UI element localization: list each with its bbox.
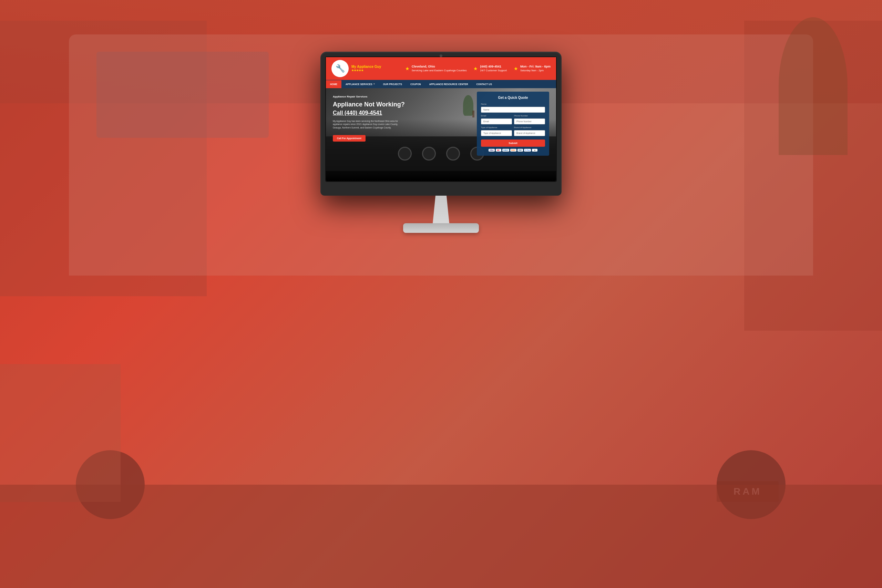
monitor-base (403, 223, 479, 233)
logo-mascot-icon: 🔧 (332, 60, 349, 77)
email-phone-row: Email Phone Number (481, 115, 545, 126)
email-col: Email (481, 115, 512, 126)
name-input[interactable] (481, 107, 545, 112)
site-logo: 🔧 My Appliance Guy ★★★★★ (332, 60, 381, 77)
hero-description: My Appliance Guy has been servicing the … (333, 120, 402, 129)
nav-arrow-icon: ▾ (374, 82, 375, 86)
hours-star-icon: ★ (514, 66, 518, 71)
phone-number-label: Phone Number (514, 115, 545, 117)
monitor-neck (427, 196, 455, 223)
payment-icons: VISA MC AMEX DISC PAY G Pay ★ (481, 149, 545, 152)
nav-item-appliance-services[interactable]: APPLIANCE SERVICES ▾ (341, 80, 379, 88)
phone-text: (440) 409-4541 24/7 Customer Support (480, 65, 507, 72)
monitor-bezel: 🔧 My Appliance Guy ★★★★★ ★ Cleveland, Oh… (320, 52, 562, 196)
phone-col: Phone Number (514, 115, 545, 126)
appliance-row: Type of Appliance Brand of Appliance (481, 126, 545, 138)
call-appointment-button[interactable]: Call For Appointment (333, 135, 366, 142)
quote-form: Get a Quick Quote Name Email Phone Numbe… (477, 92, 549, 156)
monitor-screen: 🔧 My Appliance Guy ★★★★★ ★ Cleveland, Oh… (325, 57, 557, 182)
mastercard-icon: MC (496, 149, 501, 152)
hero-phone[interactable]: Call (440) 409-4541 (333, 110, 473, 116)
nav-item-our-projects[interactable]: OUR PROJECTS (379, 80, 406, 88)
hero-title: Appliance Not Working? (333, 101, 473, 108)
location-text: Cleveland, Ohio Servicing Lake and Easte… (412, 65, 467, 72)
hours-text: Mon - Fri: 9am - 6pm Saturday 9am - 2pm (520, 65, 550, 72)
brand-col: Brand of Appliance (514, 126, 545, 138)
header-info-items: ★ Cleveland, Ohio Servicing Lake and Eas… (405, 65, 550, 72)
logo-text: My Appliance Guy ★★★★★ (351, 65, 381, 72)
hero-content: Appliance Repair Services Appliance Not … (333, 95, 477, 142)
hero-section: Appliance Repair Services Appliance Not … (326, 88, 556, 181)
nav-item-resource-center[interactable]: APPLIANCE RESOURCE CENTER (425, 80, 472, 88)
amex-icon: AMEX (502, 149, 509, 152)
header-hours: ★ Mon - Fri: 9am - 6pm Saturday 9am - 2p… (514, 65, 550, 72)
email-label: Email (481, 115, 512, 117)
nav-item-contact-us[interactable]: CONTACT US (472, 80, 496, 88)
visa-icon: VISA (489, 149, 495, 152)
brand-input[interactable] (514, 130, 545, 136)
site-header: 🔧 My Appliance Guy ★★★★★ ★ Cleveland, Oh… (326, 57, 556, 80)
site-nav: HOME APPLIANCE SERVICES ▾ OUR PROJECTS C… (326, 80, 556, 88)
phone-star-icon: ★ (473, 66, 478, 71)
gpay-icon: G Pay (524, 149, 531, 152)
nav-item-home[interactable]: HOME (326, 80, 341, 88)
header-phone: ★ (440) 409-4541 24/7 Customer Support (473, 65, 507, 72)
appliance-type-input[interactable] (481, 130, 512, 136)
location-star-icon: ★ (405, 66, 410, 71)
monitor-wrapper: 🔧 My Appliance Guy ★★★★★ ★ Cleveland, Oh… (320, 52, 562, 233)
paypal-icon: PAY (518, 149, 523, 152)
brand-label: Brand of Appliance (514, 126, 545, 129)
phone-input[interactable] (514, 118, 545, 124)
header-location: ★ Cleveland, Ohio Servicing Lake and Eas… (405, 65, 467, 72)
name-label: Name (481, 103, 545, 105)
submit-button[interactable]: Submit (481, 140, 545, 147)
email-input[interactable] (481, 118, 512, 124)
quote-form-title: Get a Quick Quote (481, 96, 545, 99)
extra-payment-icon: ★ (532, 149, 537, 152)
nav-item-coupon[interactable]: COUPON (406, 80, 425, 88)
hero-tag: Appliance Repair Services (333, 95, 473, 98)
appliance-type-label: Type of Appliance (481, 126, 512, 129)
discover-icon: DISC (510, 149, 516, 152)
appliance-type-col: Type of Appliance (481, 126, 512, 138)
